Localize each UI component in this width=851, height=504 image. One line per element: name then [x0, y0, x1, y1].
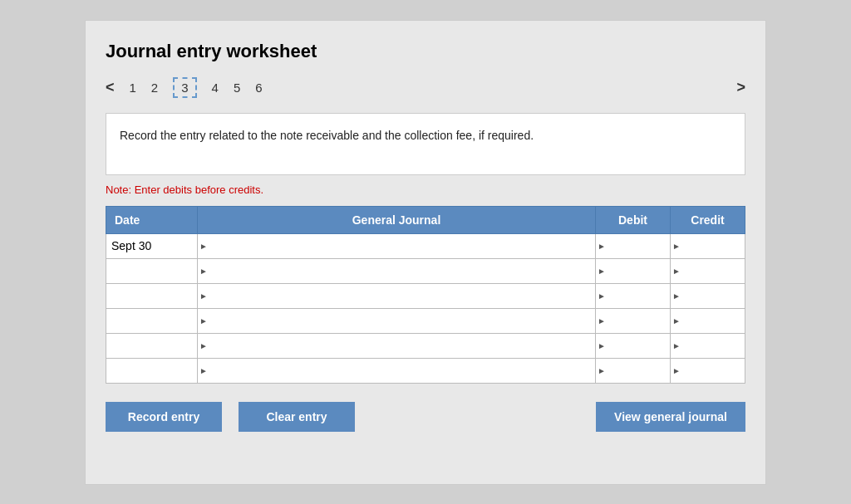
- date-value-1: Sept 30: [111, 239, 151, 252]
- debit-cell-6[interactable]: ►: [596, 358, 671, 383]
- credit-cell-5[interactable]: ►: [671, 333, 745, 358]
- arrow-icon-j2: ►: [199, 267, 208, 276]
- date-cell-4[interactable]: [106, 308, 198, 333]
- arrow-icon-c2: ►: [672, 267, 681, 276]
- record-entry-button[interactable]: Record entry: [106, 402, 222, 432]
- journal-cell-6[interactable]: ►: [198, 358, 596, 383]
- arrow-icon-d3: ►: [598, 291, 606, 301]
- debit-cell-1[interactable]: ►: [596, 233, 671, 258]
- debit-cell-5[interactable]: ►: [596, 333, 671, 358]
- arrow-icon-j6: ►: [199, 366, 208, 375]
- page-1[interactable]: 1: [130, 81, 136, 95]
- arrow-icon-j4: ►: [199, 316, 208, 325]
- arrow-icon-c4: ►: [672, 316, 681, 325]
- page-6[interactable]: 6: [255, 81, 262, 95]
- arrow-icon-c3: ►: [672, 291, 681, 301]
- arrow-icon-c5: ►: [672, 341, 681, 350]
- debit-cell-4[interactable]: ►: [596, 308, 671, 333]
- note-text: Note: Enter debits before credits.: [106, 183, 745, 196]
- table-row: ► ► ►: [106, 283, 745, 308]
- clear-entry-button[interactable]: Clear entry: [239, 402, 355, 432]
- journal-cell-5[interactable]: ►: [198, 333, 596, 358]
- debit-cell-3[interactable]: ►: [596, 283, 671, 308]
- credit-cell-4[interactable]: ►: [671, 308, 745, 333]
- header-credit: Credit: [671, 206, 745, 233]
- debit-cell-2[interactable]: ►: [596, 258, 671, 283]
- buttons-row: Record entry Clear entry View general jo…: [106, 402, 745, 432]
- table-row: ► ► ►: [106, 333, 745, 358]
- arrow-icon-d6: ►: [598, 366, 606, 375]
- table-row: ► ► ►: [106, 308, 745, 333]
- header-date: Date: [106, 206, 198, 233]
- worksheet-container: Journal entry worksheet < 1 2 3 4 5 6 > …: [85, 20, 766, 485]
- page-2[interactable]: 2: [151, 81, 158, 95]
- credit-cell-2[interactable]: ►: [671, 258, 745, 283]
- instruction-box: Record the entry related to the note rec…: [106, 113, 745, 175]
- arrow-icon-j5: ►: [199, 341, 208, 350]
- worksheet-title: Journal entry worksheet: [106, 41, 745, 62]
- journal-cell-2[interactable]: ►: [198, 258, 596, 283]
- arrow-icon-c1: ►: [672, 242, 681, 251]
- table-row: ► ► ►: [106, 358, 745, 383]
- pagination: < 1 2 3 4 5 6 >: [106, 77, 745, 98]
- date-cell-3[interactable]: [106, 283, 198, 308]
- arrow-icon-j1: ►: [199, 242, 208, 251]
- arrow-icon-d4: ►: [598, 316, 606, 325]
- next-arrow[interactable]: >: [736, 79, 745, 95]
- journal-cell-1[interactable]: ►: [198, 233, 596, 258]
- date-cell-2[interactable]: [106, 258, 198, 283]
- credit-cell-1[interactable]: ►: [671, 233, 745, 258]
- arrow-icon-d1: ►: [598, 242, 606, 251]
- instruction-text: Record the entry related to the note rec…: [120, 129, 534, 142]
- arrow-icon-d2: ►: [598, 267, 606, 276]
- credit-cell-3[interactable]: ►: [671, 283, 745, 308]
- page-5[interactable]: 5: [234, 81, 240, 95]
- header-journal: General Journal: [198, 206, 596, 233]
- journal-cell-3[interactable]: ►: [198, 283, 596, 308]
- journal-table: Date General Journal Debit Credit Sept 3…: [106, 206, 745, 384]
- view-general-journal-button[interactable]: View general journal: [596, 402, 745, 432]
- credit-cell-6[interactable]: ►: [671, 358, 745, 383]
- date-cell-5[interactable]: [106, 333, 198, 358]
- arrow-icon-j3: ►: [199, 291, 208, 301]
- header-debit: Debit: [596, 206, 671, 233]
- table-row: Sept 30 ► ► ►: [106, 233, 745, 258]
- date-cell-1[interactable]: Sept 30: [106, 233, 198, 258]
- date-cell-6[interactable]: [106, 358, 198, 383]
- page-3-active[interactable]: 3: [173, 77, 196, 98]
- page-4[interactable]: 4: [212, 81, 219, 95]
- arrow-icon-c6: ►: [672, 366, 681, 375]
- arrow-icon-d5: ►: [598, 341, 606, 350]
- prev-arrow[interactable]: <: [106, 79, 115, 96]
- journal-cell-4[interactable]: ►: [198, 308, 596, 333]
- table-row: ► ► ►: [106, 258, 745, 283]
